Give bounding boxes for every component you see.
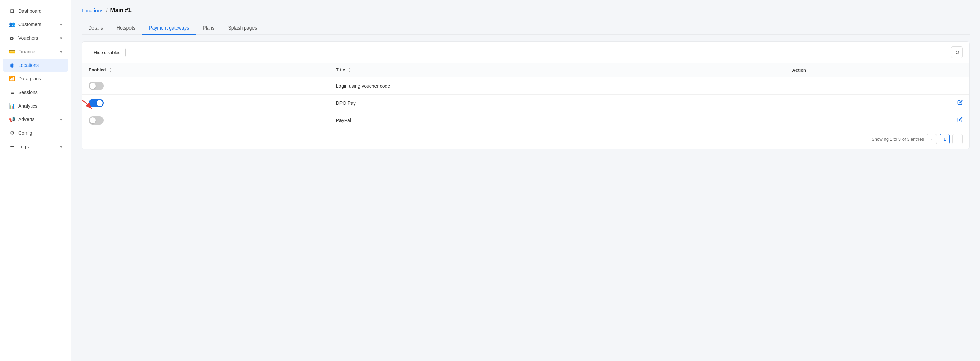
config-icon: ⚙ — [9, 130, 15, 136]
pagination-summary: Showing 1 to 3 of 3 entries — [872, 137, 924, 142]
page-1-button[interactable]: 1 — [940, 134, 950, 144]
row-1-action-cell — [786, 95, 969, 112]
sidebar-item-label-sessions: Sessions — [18, 90, 38, 95]
vouchers-chevron-icon: ▾ — [60, 36, 62, 40]
sidebar-item-label-customers: Customers — [18, 22, 41, 27]
analytics-icon: 📊 — [9, 103, 15, 109]
logs-chevron-icon: ▾ — [60, 144, 62, 149]
col-title: Title ▲ ▼ — [329, 63, 786, 78]
row-2-title-cell: PayPal — [329, 112, 786, 129]
row-0-action-cell — [786, 78, 969, 95]
row-1-toggle[interactable] — [89, 99, 103, 107]
sidebar-item-label-vouchers: Vouchers — [18, 35, 38, 41]
refresh-button[interactable]: ↻ — [951, 46, 963, 58]
customers-icon: 👥 — [9, 21, 15, 27]
col-action: Action — [786, 63, 969, 78]
refresh-icon: ↻ — [955, 49, 959, 55]
sidebar-item-label-finance: Finance — [18, 49, 35, 54]
sidebar-item-label-config: Config — [18, 130, 32, 136]
sidebar-item-config[interactable]: ⚙Config — [3, 127, 68, 139]
gateways-table: Enabled ▲ ▼ Title ▲ ▼ — [82, 63, 969, 129]
finance-chevron-icon: ▾ — [60, 49, 62, 54]
dashboard-icon: ⊞ — [9, 8, 15, 14]
breadcrumb-current: Main #1 — [110, 7, 131, 14]
breadcrumb: Locations / Main #1 — [81, 7, 970, 14]
table-row: Login using voucher code — [82, 78, 969, 95]
tab-details[interactable]: Details — [81, 22, 110, 35]
sidebar-item-customers[interactable]: 👥Customers▾ — [3, 18, 68, 31]
sidebar-item-analytics[interactable]: 📊Analytics — [3, 100, 68, 112]
sidebar-item-label-logs: Logs — [18, 144, 29, 149]
table-row: PayPal — [82, 112, 969, 129]
table-wrapper: Enabled ▲ ▼ Title ▲ ▼ — [82, 63, 969, 129]
sidebar-item-logs[interactable]: ☰Logs▾ — [3, 140, 68, 153]
sidebar-item-label-adverts: Adverts — [18, 117, 34, 122]
customers-chevron-icon: ▾ — [60, 22, 62, 27]
sort-enabled-icon[interactable]: ▲ ▼ — [109, 67, 112, 73]
sidebar-item-label-locations: Locations — [18, 62, 39, 68]
row-0-enabled-cell — [82, 78, 329, 95]
breadcrumb-link[interactable]: Locations — [81, 8, 103, 13]
sort-title-icon[interactable]: ▲ ▼ — [348, 67, 351, 73]
adverts-chevron-icon: ▾ — [60, 117, 62, 122]
card-toolbar: Hide disabled ↻ — [82, 42, 969, 63]
tab-splash-pages[interactable]: Splash pages — [221, 22, 264, 35]
prev-page-button[interactable]: ‹ — [927, 134, 937, 144]
sidebar-item-adverts[interactable]: 📢Adverts▾ — [3, 113, 68, 126]
finance-icon: 💳 — [9, 49, 15, 55]
row-1-enabled-cell — [82, 95, 329, 112]
col-enabled: Enabled ▲ ▼ — [82, 63, 329, 78]
tab-bar: DetailsHotspotsPayment gatewaysPlansSpla… — [81, 22, 970, 35]
sidebar-item-sessions[interactable]: 🖥Sessions — [3, 86, 68, 99]
pagination: Showing 1 to 3 of 3 entries ‹ 1 › — [82, 129, 969, 149]
table-header-row: Enabled ▲ ▼ Title ▲ ▼ — [82, 63, 969, 78]
row-2-toggle[interactable] — [89, 116, 103, 125]
sidebar-item-dashboard[interactable]: ⊞Dashboard — [3, 5, 68, 17]
hide-disabled-button[interactable]: Hide disabled — [89, 48, 126, 57]
row-0-title-cell: Login using voucher code — [329, 78, 786, 95]
data-plans-icon: 📶 — [9, 76, 15, 82]
next-page-button[interactable]: › — [953, 134, 963, 144]
sidebar-item-vouchers[interactable]: 🎟Vouchers▾ — [3, 32, 68, 44]
sidebar-item-label-analytics: Analytics — [18, 103, 37, 109]
row-2-edit-icon[interactable] — [957, 118, 963, 124]
breadcrumb-separator: / — [106, 8, 107, 13]
vouchers-icon: 🎟 — [9, 35, 15, 41]
locations-icon: ◉ — [9, 62, 15, 68]
row-2-enabled-cell — [82, 112, 329, 129]
row-1-edit-icon[interactable] — [957, 100, 963, 106]
sidebar-item-locations[interactable]: ◉Locations — [3, 59, 68, 71]
row-0-toggle[interactable] — [89, 82, 103, 90]
sidebar-item-label-data-plans: Data plans — [18, 76, 41, 81]
tab-payment-gateways[interactable]: Payment gateways — [142, 22, 196, 35]
row-1-title-cell: DPO Pay — [329, 95, 786, 112]
adverts-icon: 📢 — [9, 116, 15, 122]
logs-icon: ☰ — [9, 144, 15, 150]
main-content: Locations / Main #1 DetailsHotspotsPayme… — [72, 0, 980, 361]
sessions-icon: 🖥 — [9, 89, 15, 95]
sidebar-item-data-plans[interactable]: 📶Data plans — [3, 72, 68, 85]
sidebar-item-finance[interactable]: 💳Finance▾ — [3, 45, 68, 58]
row-2-action-cell — [786, 112, 969, 129]
tab-plans[interactable]: Plans — [196, 22, 221, 35]
sidebar: ⊞Dashboard👥Customers▾🎟Vouchers▾💳Finance▾… — [0, 0, 72, 361]
payment-gateways-card: Hide disabled ↻ — [81, 41, 970, 149]
table-row: DPO Pay — [82, 95, 969, 112]
tab-hotspots[interactable]: Hotspots — [110, 22, 142, 35]
sidebar-item-label-dashboard: Dashboard — [18, 8, 42, 14]
